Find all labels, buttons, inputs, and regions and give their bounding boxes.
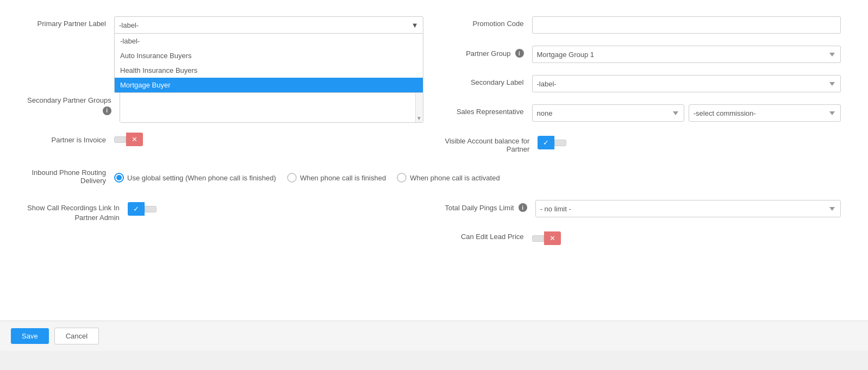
primary-partner-label-menu[interactable]: -label- Auto Insurance Buyers Health Ins…	[114, 34, 423, 93]
bottom-left-col: Show Call Recordings Link InPartner Admi…	[16, 195, 434, 264]
sales-rep-row: Sales Representative none -select commis…	[445, 104, 841, 124]
toggle-on-button[interactable]: ✓	[538, 136, 554, 149]
primary-partner-label-control[interactable]: -label- ▼ -label- Auto Insurance Buyers …	[114, 16, 423, 34]
commission-select-wrapper: -select commission-	[689, 104, 841, 122]
visible-account-balance-label: Visible Account balance forPartner	[445, 134, 538, 153]
partner-is-invoice-label: Partner is Invoice	[27, 133, 114, 144]
radio-call-activated-circle[interactable]	[397, 173, 407, 183]
show-recordings-on-button[interactable]: ✓	[128, 202, 145, 216]
sales-rep-control: none -select commission-	[532, 104, 841, 122]
partner-group-row: Partner Group i Mortgage Group 1	[445, 46, 841, 65]
secondary-label-select[interactable]: -label-	[532, 75, 841, 92]
save-button[interactable]: Save	[11, 328, 49, 344]
dropdown-option-label[interactable]: -label-	[115, 34, 423, 48]
secondary-label-label: Secondary Label	[445, 75, 532, 86]
partner-group-label: Partner Group i	[445, 46, 532, 58]
can-edit-lead-price-row: Can Edit Lead Price ✕	[445, 229, 841, 249]
show-call-recordings-toggle[interactable]: ✓	[128, 202, 423, 216]
secondary-partner-groups-info-icon[interactable]: i	[103, 106, 111, 115]
radio-global-setting-label: Use global setting (When phone call is f…	[127, 174, 276, 182]
primary-partner-label-row: Primary Partner Label -label- ▼ -label- …	[27, 16, 423, 36]
total-daily-pings-select[interactable]: - no limit -	[535, 200, 841, 217]
sales-rep-label: Sales Representative	[445, 104, 532, 116]
total-daily-pings-row: Total Daily Pings Limit i - no limit -	[445, 200, 841, 220]
partner-is-invoice-toggle[interactable]: ✕	[114, 133, 423, 146]
promotion-code-input[interactable]	[532, 16, 841, 34]
visible-account-balance-control: ✓	[538, 134, 841, 149]
sales-rep-select-wrapper: none	[532, 104, 684, 122]
dropdown-arrow-icon: ▼	[411, 21, 419, 29]
radio-global-setting-circle[interactable]	[114, 173, 124, 183]
show-call-recordings-row: Show Call Recordings Link InPartner Admi…	[27, 200, 423, 223]
scroll-down-icon[interactable]: ▼	[416, 116, 422, 121]
bottom-action-bar: Save Cancel	[0, 321, 868, 351]
dropdown-option-auto[interactable]: Auto Insurance Buyers	[115, 48, 423, 63]
dropdown-option-mortgage[interactable]: Mortgage Buyer	[115, 78, 423, 92]
toggle-off-side[interactable]: ✕	[126, 133, 143, 146]
inbound-phone-routing-label: Inbound Phone RoutingDelivery	[27, 168, 114, 185]
partner-is-invoice-control: ✕	[114, 133, 423, 146]
radio-call-finished-circle[interactable]	[287, 173, 297, 183]
checkmark-icon: ✓	[543, 139, 549, 147]
total-daily-pings-label: Total Daily Pings Limit i	[445, 200, 535, 212]
partner-group-info-icon[interactable]: i	[515, 49, 524, 58]
primary-partner-label-value: -label-	[119, 21, 139, 29]
radio-call-activated-label: When phone call is activated	[410, 174, 499, 182]
cross-icon: ✕	[132, 135, 138, 143]
show-call-recordings-control: ✓	[128, 200, 423, 216]
toggle-off-button[interactable]	[554, 140, 566, 146]
radio-call-activated[interactable]: When phone call is activated	[397, 173, 499, 183]
promotion-code-control	[532, 16, 841, 34]
promotion-code-label: Promotion Code	[445, 16, 532, 28]
cancel-button[interactable]: Cancel	[54, 328, 99, 344]
can-edit-lead-price-control: ✕	[532, 229, 841, 245]
bottom-form-grid: Show Call Recordings Link InPartner Admi…	[16, 195, 852, 264]
can-edit-lead-price-label: Can Edit Lead Price	[445, 229, 532, 241]
main-form: Primary Partner Label -label- ▼ -label- …	[0, 0, 868, 321]
primary-partner-label-label: Primary Partner Label	[27, 16, 114, 28]
total-daily-pings-control: - no limit -	[535, 200, 841, 217]
visible-account-balance-toggle[interactable]: ✓	[538, 136, 841, 149]
can-edit-lead-price-off-side[interactable]: ✕	[544, 231, 561, 245]
show-call-recordings-label: Show Call Recordings Link InPartner Admi…	[27, 200, 128, 223]
visible-account-balance-row: Visible Account balance forPartner ✓	[445, 134, 841, 153]
dropdown-option-health[interactable]: Health Insurance Buyers	[115, 63, 423, 78]
can-edit-lead-price-toggle[interactable]: ✕	[532, 231, 841, 245]
partner-group-select[interactable]: Mortgage Group 1	[532, 46, 841, 63]
checkmark-icon-2: ✓	[133, 205, 139, 213]
primary-partner-label-trigger[interactable]: -label- ▼	[114, 16, 423, 34]
radio-global-setting[interactable]: Use global setting (When phone call is f…	[114, 173, 276, 183]
secondary-label-row: Secondary Label -label-	[445, 75, 841, 95]
can-edit-lead-price-on-side[interactable]	[532, 235, 544, 242]
toggle-on-side[interactable]	[114, 136, 126, 143]
sales-rep-select[interactable]: none	[532, 104, 684, 122]
commission-select[interactable]: -select commission-	[689, 104, 841, 122]
total-daily-pings-info-icon[interactable]: i	[519, 203, 527, 212]
radio-call-finished[interactable]: When phone call is finished	[287, 173, 386, 183]
partner-group-control: Mortgage Group 1	[532, 46, 841, 63]
show-recordings-off-button[interactable]	[145, 206, 157, 212]
inbound-phone-routing-row: Inbound Phone RoutingDelivery Use global…	[16, 168, 852, 185]
secondary-partner-groups-label: Secondary Partner Groups i	[27, 93, 120, 115]
promotion-code-row: Promotion Code	[445, 16, 841, 36]
partner-is-invoice-row: Partner is Invoice ✕	[27, 133, 423, 152]
cross-icon-2: ✕	[549, 234, 555, 242]
radio-call-finished-label: When phone call is finished	[300, 174, 386, 182]
inbound-phone-routing-options: Use global setting (When phone call is f…	[114, 171, 500, 183]
secondary-label-control: -label-	[532, 75, 841, 92]
bottom-right-col: Total Daily Pings Limit i - no limit - C…	[434, 195, 852, 264]
